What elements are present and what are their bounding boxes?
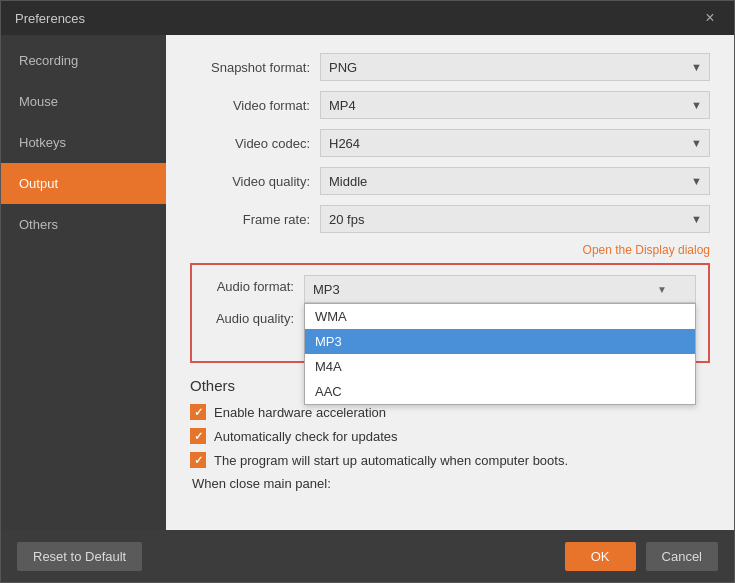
sidebar-item-others[interactable]: Others <box>1 204 166 245</box>
footer-right: OK Cancel <box>565 542 718 571</box>
video-quality-label: Video quality: <box>190 174 320 189</box>
audio-format-select-wrapper: MP3 ▼ WMA MP3 M4A AAC <box>304 275 696 303</box>
title-bar: Preferences × <box>1 1 734 35</box>
ok-button[interactable]: OK <box>565 542 636 571</box>
reset-button[interactable]: Reset to Default <box>17 542 142 571</box>
checkbox-hardware-accel-label: Enable hardware acceleration <box>214 405 386 420</box>
snapshot-format-select-wrapper: PNG JPG BMP ▼ <box>320 53 710 81</box>
audio-format-shown-value[interactable]: MP3 ▼ <box>304 275 696 303</box>
dropdown-item-wma[interactable]: WMA <box>305 304 695 329</box>
when-close-label: When close main panel: <box>190 476 710 491</box>
dialog-body: Recording Mouse Hotkeys Output Others Sn… <box>1 35 734 530</box>
open-display-dialog-link[interactable]: Open the Display dialog <box>190 243 710 257</box>
audio-quality-label: Audio quality: <box>204 307 304 326</box>
checkbox-hardware-accel[interactable] <box>190 404 206 420</box>
close-button[interactable]: × <box>700 8 720 28</box>
dropdown-item-m4a[interactable]: M4A <box>305 354 695 379</box>
sidebar-item-recording[interactable]: Recording <box>1 40 166 81</box>
cancel-button[interactable]: Cancel <box>646 542 718 571</box>
video-format-select[interactable]: MP4 AVI MOV <box>320 91 710 119</box>
checkbox-row-3: The program will start up automatically … <box>190 452 710 468</box>
snapshot-format-row: Snapshot format: PNG JPG BMP ▼ <box>190 53 710 81</box>
audio-format-row: Audio format: MP3 ▼ WMA MP3 M4A AAC <box>204 275 696 303</box>
sidebar-item-output[interactable]: Output <box>1 163 166 204</box>
video-codec-select[interactable]: H264 H265 <box>320 129 710 157</box>
checkbox-row-1: Enable hardware acceleration <box>190 404 710 420</box>
frame-rate-row: Frame rate: 10 fps 15 fps 20 fps 25 fps … <box>190 205 710 233</box>
frame-rate-label: Frame rate: <box>190 212 320 227</box>
audio-section: Audio format: MP3 ▼ WMA MP3 M4A AAC <box>190 263 710 363</box>
checkbox-auto-update-label: Automatically check for updates <box>214 429 398 444</box>
frame-rate-select-wrapper: 10 fps 15 fps 20 fps 25 fps 30 fps ▼ <box>320 205 710 233</box>
sidebar-item-hotkeys[interactable]: Hotkeys <box>1 122 166 163</box>
frame-rate-select[interactable]: 10 fps 15 fps 20 fps 25 fps 30 fps <box>320 205 710 233</box>
checkbox-auto-start-label: The program will start up automatically … <box>214 453 568 468</box>
sidebar: Recording Mouse Hotkeys Output Others <box>1 35 166 530</box>
video-format-select-wrapper: MP4 AVI MOV ▼ <box>320 91 710 119</box>
dialog-title: Preferences <box>15 11 85 26</box>
dropdown-item-mp3[interactable]: MP3 <box>305 329 695 354</box>
dropdown-item-aac[interactable]: AAC <box>305 379 695 404</box>
audio-format-dropdown: WMA MP3 M4A AAC <box>304 303 696 405</box>
audio-format-value: MP3 <box>313 282 340 297</box>
video-codec-select-wrapper: H264 H265 ▼ <box>320 129 710 157</box>
video-codec-row: Video codec: H264 H265 ▼ <box>190 129 710 157</box>
video-quality-row: Video quality: Low Middle High ▼ <box>190 167 710 195</box>
video-codec-label: Video codec: <box>190 136 320 151</box>
checkbox-auto-update[interactable] <box>190 428 206 444</box>
video-format-row: Video format: MP4 AVI MOV ▼ <box>190 91 710 119</box>
audio-format-chevron: ▼ <box>657 284 667 295</box>
main-content: Snapshot format: PNG JPG BMP ▼ Video for… <box>166 35 734 530</box>
footer: Reset to Default OK Cancel <box>1 530 734 582</box>
video-quality-select-wrapper: Low Middle High ▼ <box>320 167 710 195</box>
audio-format-label: Audio format: <box>204 275 304 294</box>
checkbox-row-2: Automatically check for updates <box>190 428 710 444</box>
video-format-label: Video format: <box>190 98 320 113</box>
sidebar-item-mouse[interactable]: Mouse <box>1 81 166 122</box>
checkbox-auto-start[interactable] <box>190 452 206 468</box>
video-quality-select[interactable]: Low Middle High <box>320 167 710 195</box>
snapshot-format-label: Snapshot format: <box>190 60 320 75</box>
preferences-dialog: Preferences × Recording Mouse Hotkeys Ou… <box>0 0 735 583</box>
snapshot-format-select[interactable]: PNG JPG BMP <box>320 53 710 81</box>
